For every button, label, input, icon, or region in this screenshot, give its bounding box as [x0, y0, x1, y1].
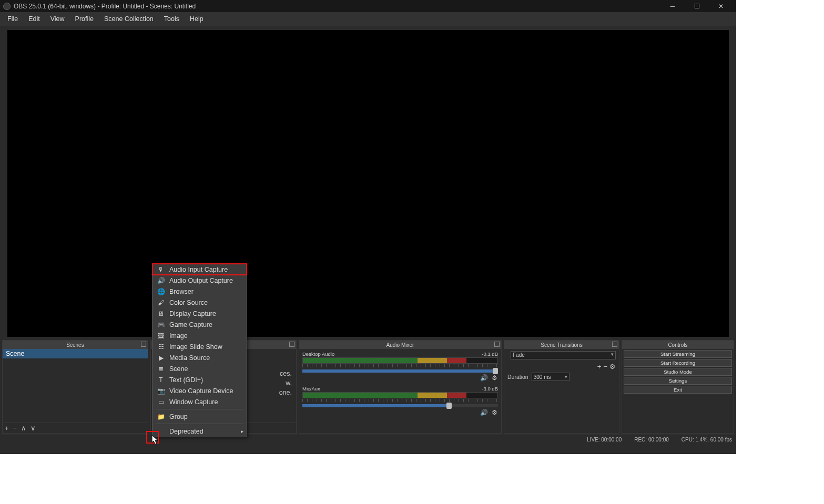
popout-icon[interactable]: [141, 342, 146, 347]
popout-icon[interactable]: [494, 342, 500, 347]
folder-icon: 📁: [157, 413, 165, 421]
maximize-button[interactable]: ☐: [685, 0, 709, 12]
status-cpu: CPU: 1.4%, 60.00 fps: [681, 437, 732, 443]
camera-icon: 📷: [157, 387, 165, 395]
context-item-scene[interactable]: ≣Scene: [152, 363, 247, 374]
mic-icon: 🎙: [157, 265, 165, 274]
transitions-title: Scene Transitions: [541, 342, 583, 348]
obs-window: OBS 25.0.1 (64-bit, windows) - Profile: …: [0, 0, 736, 454]
brush-icon: 🖌: [157, 299, 165, 307]
context-menu-separator: [156, 409, 243, 409]
studio-mode-button[interactable]: Studio Mode: [624, 368, 732, 376]
volume-slider[interactable]: [302, 404, 498, 407]
popout-icon[interactable]: [289, 342, 294, 347]
image-icon: 🖼: [157, 332, 165, 340]
gamepad-icon: 🎮: [157, 321, 165, 329]
speaker-icon[interactable]: 🔊: [480, 374, 487, 382]
context-item-window-capture[interactable]: ▭Window Capture: [152, 396, 247, 407]
menu-view[interactable]: View: [45, 13, 70, 25]
context-item-display-capture[interactable]: 🖥Display Capture: [152, 308, 247, 319]
add-transition-button[interactable]: +: [597, 363, 602, 371]
move-down-button[interactable]: ∨: [30, 424, 36, 432]
transition-select[interactable]: Fade: [511, 351, 616, 359]
menu-scene-collection[interactable]: Scene Collection: [99, 13, 159, 25]
menu-tools[interactable]: Tools: [159, 13, 185, 25]
gear-icon[interactable]: ⚙: [491, 409, 498, 416]
controls-header[interactable]: Controls: [622, 341, 734, 349]
context-item-label: Image Slide Show: [169, 343, 222, 351]
monitor-icon: 🖥: [157, 310, 165, 318]
volume-slider[interactable]: [302, 369, 498, 373]
transition-settings-button[interactable]: ⚙: [609, 363, 616, 371]
controls-title: Controls: [668, 342, 687, 348]
context-item-browser[interactable]: 🌐Browser: [152, 286, 247, 297]
context-item-label: Display Capture: [169, 310, 216, 317]
duration-spinner[interactable]: 300 ms: [532, 373, 569, 381]
preview-area: [0, 26, 736, 339]
context-item-media-source[interactable]: ▶Media Source: [152, 352, 247, 363]
context-item-group[interactable]: 📁Group: [152, 411, 247, 422]
speaker-icon: 🔊: [157, 276, 165, 285]
popout-icon[interactable]: [612, 342, 617, 347]
remove-scene-button[interactable]: −: [13, 424, 17, 432]
mixer-title: Audio Mixer: [386, 342, 414, 348]
remove-transition-button[interactable]: −: [603, 363, 607, 371]
context-item-label: Game Capture: [169, 321, 212, 328]
menu-file[interactable]: File: [2, 13, 23, 25]
context-item-label: Image: [169, 332, 188, 340]
scenes-title: Scenes: [66, 342, 84, 348]
exit-button[interactable]: Exit: [624, 386, 732, 394]
speaker-icon[interactable]: 🔊: [480, 409, 487, 416]
menu-help[interactable]: Help: [185, 13, 209, 25]
channel-level: -3.0 dB: [482, 386, 498, 392]
transitions-header[interactable]: Scene Transitions: [504, 341, 619, 349]
scenes-dock: Scenes Scene + − ∧ ∨: [2, 340, 148, 434]
add-source-context-menu[interactable]: 🎙Audio Input Capture🔊Audio Output Captur…: [152, 263, 247, 437]
close-button[interactable]: ✕: [709, 0, 733, 12]
text-icon: T: [157, 376, 165, 384]
slideshow-icon: ☷: [157, 343, 165, 351]
menu-edit[interactable]: Edit: [23, 13, 45, 25]
globe-icon: 🌐: [157, 287, 165, 296]
context-item-color-source[interactable]: 🖌Color Source: [152, 297, 247, 308]
context-item-audio-input-capture[interactable]: 🎙Audio Input Capture: [152, 264, 247, 275]
transitions-dock: Scene Transitions Fade + − ⚙ Duration: [504, 340, 619, 434]
play-icon: ▶: [157, 354, 165, 362]
context-item-image[interactable]: 🖼Image: [152, 330, 247, 341]
mixer-header[interactable]: Audio Mixer: [299, 341, 501, 349]
start-streaming-button[interactable]: Start Streaming: [624, 350, 732, 358]
context-item-label: Media Source: [169, 354, 210, 362]
context-item-text-gdi-[interactable]: TText (GDI+): [152, 374, 247, 385]
menu-profile[interactable]: Profile: [70, 13, 99, 25]
minimize-button[interactable]: ─: [660, 0, 685, 12]
context-item-label: Audio Input Capture: [169, 266, 228, 273]
context-item-image-slide-show[interactable]: ☷Image Slide Show: [152, 341, 247, 352]
channel-name: Mic/Aux: [302, 386, 320, 392]
start-recording-button[interactable]: Start Recording: [624, 359, 732, 367]
blank-icon: [157, 427, 165, 436]
context-item-label: Browser: [169, 288, 194, 295]
mixer-channel: Desktop Audio -0.1 dB 🔊 ⚙: [302, 351, 498, 382]
context-item-label: Scene: [169, 365, 188, 373]
scene-list-item[interactable]: Scene: [3, 349, 148, 358]
titlebar: OBS 25.0.1 (64-bit, windows) - Profile: …: [0, 0, 736, 12]
scenes-header[interactable]: Scenes: [3, 341, 148, 349]
preview-canvas[interactable]: [7, 30, 729, 337]
sources-hint: ces. w, one.: [279, 369, 292, 397]
gear-icon[interactable]: ⚙: [491, 374, 498, 382]
docks-row: Scenes Scene + − ∧ ∨ Sources ces.: [0, 339, 736, 435]
context-item-audio-output-capture[interactable]: 🔊Audio Output Capture: [152, 275, 247, 286]
context-item-video-capture-device[interactable]: 📷Video Capture Device: [152, 385, 247, 396]
statusbar: LIVE: 00:00:00 REC: 00:00:00 CPU: 1.4%, …: [0, 435, 736, 444]
volume-meter: [302, 357, 498, 364]
context-item-label: Video Capture Device: [169, 387, 233, 395]
context-item-label: Audio Output Capture: [169, 277, 233, 284]
add-scene-button[interactable]: +: [5, 424, 9, 432]
settings-button[interactable]: Settings: [624, 377, 732, 385]
context-item-label: Deprecated: [169, 428, 204, 435]
context-item-deprecated[interactable]: Deprecated▸: [152, 426, 247, 437]
context-item-game-capture[interactable]: 🎮Game Capture: [152, 319, 247, 330]
move-up-button[interactable]: ∧: [21, 424, 26, 432]
mixer-channel: Mic/Aux -3.0 dB 🔊 ⚙: [302, 386, 498, 416]
obs-logo-icon: [3, 3, 11, 10]
